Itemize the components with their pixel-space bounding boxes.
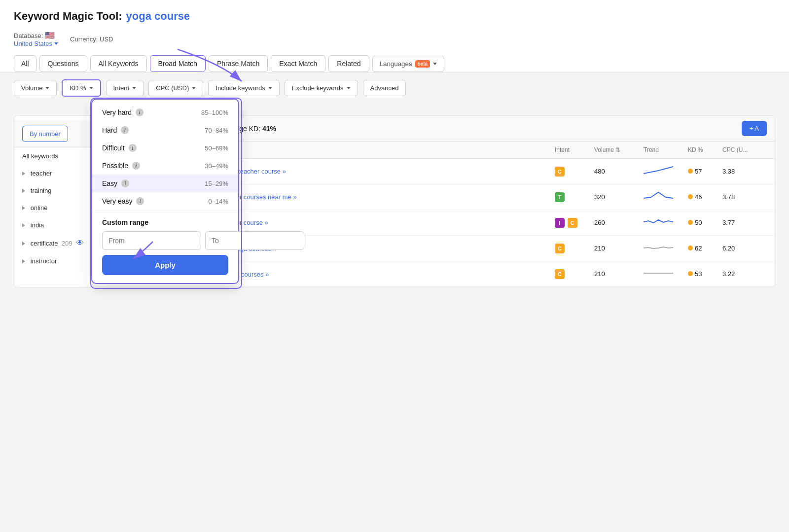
kd-indicator	[688, 271, 693, 276]
kd-dropdown: Very hard i 85–100% Hard i 70–84% Diffic…	[91, 99, 239, 284]
tab-phrase-match[interactable]: Phrase Match	[209, 55, 268, 72]
kd-option-difficult[interactable]: Difficult i 50–69%	[92, 139, 238, 157]
possible-info-icon[interactable]: i	[132, 162, 140, 170]
very-hard-info-icon[interactable]: i	[136, 108, 143, 116]
keyword-groups-sidebar: By number All keywords teacher training …	[14, 116, 93, 287]
india-chevron-icon	[22, 223, 25, 227]
sidebar-item-online[interactable]: online	[14, 199, 93, 216]
tab-languages[interactable]: Languages beta	[372, 56, 445, 72]
intent-badge: C	[555, 269, 565, 279]
header: Keyword Magic Tool: yoga course Database…	[0, 0, 789, 72]
database-chevron-icon	[54, 42, 58, 45]
include-chevron-icon	[268, 87, 272, 89]
custom-range-inputs	[102, 231, 228, 250]
page-title: Keyword Magic Tool:	[14, 10, 122, 23]
custom-range-to[interactable]	[205, 231, 304, 250]
very-easy-info-icon[interactable]: i	[136, 197, 144, 205]
cpc-filter[interactable]: CPC (USD)	[148, 80, 203, 96]
intent-badge: C	[555, 167, 565, 177]
tab-related[interactable]: Related	[328, 55, 369, 72]
kd-indicator	[688, 246, 693, 250]
database-selector[interactable]: United States	[14, 40, 58, 47]
title-row: Keyword Magic Tool: yoga course	[14, 10, 775, 23]
add-to-list-button[interactable]: + A	[742, 121, 767, 136]
kd-option-hard[interactable]: Hard i 70–84%	[92, 121, 238, 139]
intent-badge-c: C	[568, 218, 577, 228]
kd-option-possible[interactable]: Possible i 30–49%	[92, 157, 238, 175]
easy-info-icon[interactable]: i	[121, 179, 129, 187]
beta-badge: beta	[415, 60, 430, 68]
intent-badge: C	[555, 244, 565, 253]
sidebar-item-certificate[interactable]: certificate 209 👁	[14, 234, 93, 252]
difficult-info-icon[interactable]: i	[129, 144, 137, 152]
include-keywords-filter[interactable]: Include keywords	[208, 80, 279, 96]
online-chevron-icon	[22, 206, 25, 210]
kd-indicator	[688, 194, 693, 199]
advanced-filter[interactable]: Advanced	[363, 80, 406, 96]
tab-broad-match[interactable]: Broad Match	[150, 55, 206, 72]
exclude-chevron-icon	[347, 87, 351, 89]
custom-range-label: Custom range	[102, 218, 228, 226]
tab-all-keywords[interactable]: All Keywords	[90, 55, 147, 72]
sidebar-item-all[interactable]: All keywords	[14, 147, 93, 165]
volume-filter[interactable]: Volume	[14, 80, 57, 96]
sidebar-item-india[interactable]: india	[14, 216, 93, 234]
kd-indicator	[688, 169, 693, 174]
kd-filter[interactable]: KD %	[62, 79, 101, 97]
volume-chevron-icon	[45, 87, 49, 89]
custom-range-from[interactable]	[102, 231, 201, 250]
intent-filter[interactable]: Intent	[106, 80, 144, 96]
exclude-keywords-filter[interactable]: Exclude keywords	[285, 80, 358, 96]
apply-button[interactable]: Apply	[102, 255, 228, 275]
search-keyword: yoga course	[126, 10, 190, 23]
kd-option-easy[interactable]: Easy i 15–29%	[92, 175, 238, 192]
tabs-row: All Questions All Keywords Broad Match P…	[14, 55, 775, 72]
training-chevron-icon	[22, 189, 25, 193]
sidebar-item-teacher[interactable]: teacher	[14, 165, 93, 182]
certificate-chevron-icon	[22, 242, 25, 246]
sidebar-item-training[interactable]: training	[14, 182, 93, 199]
kd-option-very-easy[interactable]: Very easy i 0–14%	[92, 192, 238, 210]
intent-badge: T	[555, 192, 565, 202]
meta-row: Database: 🇺🇸 United States Currency: USD	[14, 31, 775, 47]
custom-range-section: Custom range Apply	[92, 212, 238, 279]
us-flag-icon: 🇺🇸	[45, 31, 55, 39]
cpc-chevron-icon	[192, 87, 196, 89]
kd-option-very-hard[interactable]: Very hard i 85–100%	[92, 104, 238, 121]
tab-questions[interactable]: Questions	[39, 55, 87, 72]
sidebar-item-instructor[interactable]: instructor	[14, 252, 93, 270]
stats-row: By number	[14, 121, 93, 147]
tab-all[interactable]: All	[14, 55, 36, 72]
page: Keyword Magic Tool: yoga course Database…	[0, 0, 789, 532]
teacher-chevron-icon	[22, 172, 25, 176]
instructor-chevron-icon	[22, 259, 25, 263]
tab-exact-match[interactable]: Exact Match	[271, 55, 325, 72]
hard-info-icon[interactable]: i	[121, 126, 129, 134]
by-number-button[interactable]: By number	[22, 126, 68, 142]
kd-indicator	[688, 220, 693, 225]
intent-badge-i: I	[555, 218, 565, 228]
intent-chevron-icon	[132, 87, 136, 89]
languages-chevron-icon	[433, 63, 437, 65]
kd-chevron-icon	[89, 87, 93, 89]
